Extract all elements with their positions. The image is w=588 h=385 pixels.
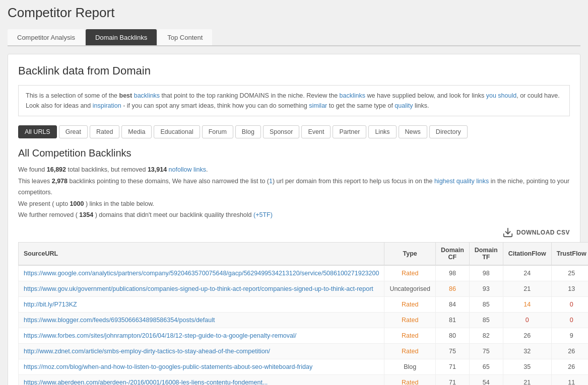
cell-type: Uncategorised	[384, 281, 436, 296]
col-source-url: SourceURL	[19, 242, 384, 265]
cell-citation-flow: 14	[503, 296, 551, 312]
cell-citation-flow: 35	[503, 359, 551, 374]
cell-trust-flow: 11	[551, 374, 588, 385]
cell-domain-tf: 85	[469, 312, 503, 328]
cell-trust-flow: 26	[551, 359, 588, 374]
remaining-count: 2,978	[52, 178, 68, 185]
cell-domain-cf: 98	[436, 265, 470, 281]
tab-domain-backlinks[interactable]: Domain Backlinks	[86, 29, 157, 45]
filter-media[interactable]: Media	[121, 125, 152, 138]
section-title: Backlink data from Domain	[18, 64, 570, 78]
cell-type: Rated	[384, 296, 436, 312]
source-url-link[interactable]: https://www.aberdeen.com/aberdeen-/2016/…	[24, 379, 268, 386]
tab-competitor-analysis[interactable]: Competitor Analysis	[8, 29, 85, 45]
source-url-link[interactable]: https://www.google.com/analytics/partner…	[24, 270, 379, 277]
tabs-bar: Competitor Analysis Domain Backlinks Top…	[8, 29, 580, 46]
filter-directory[interactable]: Directory	[429, 125, 468, 138]
info-line2: Look also for ideas and inspiration - if…	[26, 101, 562, 111]
filter-great[interactable]: Great	[59, 125, 88, 138]
table-row: https://www.gov.uk/government/publicatio…	[19, 281, 589, 296]
download-label: DOWNLOAD CSV	[516, 229, 570, 236]
cell-trust-flow: 0	[551, 312, 588, 328]
table-body: https://www.google.com/analytics/partner…	[19, 265, 589, 386]
cell-url: https://moz.com/blog/when-and-how-to-lis…	[19, 359, 384, 374]
stat-line2: This leaves 2,978 backlinks pointing to …	[18, 176, 570, 198]
col-type: Type	[384, 242, 436, 265]
download-csv-button[interactable]: DOWNLOAD CSV	[502, 227, 570, 238]
tab-top-content[interactable]: Top Content	[158, 29, 212, 45]
filter-news[interactable]: News	[399, 125, 427, 138]
cell-trust-flow: 13	[551, 281, 588, 296]
cell-citation-flow: 32	[503, 343, 551, 359]
table-row: https://moz.com/blog/when-and-how-to-lis…	[19, 359, 589, 374]
cell-domain-cf: 75	[436, 343, 470, 359]
filter-partner[interactable]: Partner	[333, 125, 366, 138]
cell-url: http://bit.ly/P713KZ	[19, 296, 384, 312]
col-domain-cf: Domain CF	[436, 242, 470, 265]
cell-type: Blog	[384, 359, 436, 374]
source-url-link[interactable]: https://www.blogger.com/feeds/6935066634…	[24, 317, 215, 324]
table-row: https://www.blogger.com/feeds/6935066634…	[19, 312, 589, 328]
cell-url: https://www.forbes.com/sites/johnrampton…	[19, 328, 384, 343]
cell-trust-flow: 26	[551, 343, 588, 359]
download-row: DOWNLOAD CSV	[18, 227, 570, 238]
cell-domain-tf: 98	[469, 265, 503, 281]
nofollow-count: 13,914	[148, 166, 167, 173]
info-line1: This is a selection of some of the best …	[26, 91, 562, 101]
cell-url: https://www.aberdeen.com/aberdeen-/2016/…	[19, 374, 384, 385]
cell-type: Rated	[384, 374, 436, 385]
table-row: https://www.forbes.com/sites/johnrampton…	[19, 328, 589, 343]
col-citation-flow: CitationFlow	[503, 242, 551, 265]
stat-line3: We present ( upto 1000 ) links in the ta…	[18, 198, 570, 210]
filter-forum[interactable]: Forum	[202, 125, 233, 138]
cell-type: Rated	[384, 328, 436, 343]
cell-domain-tf: 82	[469, 328, 503, 343]
filter-all-urls[interactable]: All URLS	[18, 125, 57, 138]
cell-url: https://www.blogger.com/feeds/6935066634…	[19, 312, 384, 328]
cell-domain-cf: 81	[436, 312, 470, 328]
cell-citation-flow: 21	[503, 374, 551, 385]
filter-rated[interactable]: Rated	[90, 125, 119, 138]
cell-url: https://www.gov.uk/government/publicatio…	[19, 281, 384, 296]
stat-line1: We found 16,892 total backlinks, but rem…	[18, 164, 570, 176]
stats-block: We found 16,892 total backlinks, but rem…	[18, 164, 570, 221]
table-row: http://www.zdnet.com/article/smbs-employ…	[19, 343, 589, 359]
source-url-link[interactable]: https://www.forbes.com/sites/johnrampton…	[24, 332, 296, 339]
source-url-link[interactable]: http://bit.ly/P713KZ	[24, 301, 77, 308]
filter-links[interactable]: Links	[368, 125, 396, 138]
cell-domain-tf: 85	[469, 296, 503, 312]
cell-citation-flow: 0	[503, 312, 551, 328]
filter-blog[interactable]: Blog	[235, 125, 261, 138]
cell-trust-flow: 0	[551, 296, 588, 312]
table-row: https://www.google.com/analytics/partner…	[19, 265, 589, 281]
cell-trust-flow: 9	[551, 328, 588, 343]
page-title: Competitor Report	[8, 5, 580, 23]
cell-domain-tf: 54	[469, 374, 503, 385]
cell-domain-tf: 75	[469, 343, 503, 359]
source-url-link[interactable]: https://www.gov.uk/government/publicatio…	[24, 285, 373, 292]
filter-event[interactable]: Event	[301, 125, 331, 138]
backlinks-heading: All Competition Backlinks	[18, 147, 570, 159]
cell-url: https://www.google.com/analytics/partner…	[19, 265, 384, 281]
cell-domain-cf: 71	[436, 374, 470, 385]
col-domain-tf: Domain TF	[469, 242, 503, 265]
table-row: http://bit.ly/P713KZ Rated 84 85 14 0	[19, 296, 589, 312]
cell-domain-cf: 84	[436, 296, 470, 312]
per-domain: 1	[269, 178, 273, 185]
filter-educational[interactable]: Educational	[154, 125, 200, 138]
filter-sponsor[interactable]: Sponsor	[263, 125, 300, 138]
source-url-link[interactable]: http://www.zdnet.com/article/smbs-employ…	[24, 348, 270, 355]
cell-citation-flow: 24	[503, 265, 551, 281]
cell-domain-cf: 86	[436, 281, 470, 296]
table-row: https://www.aberdeen.com/aberdeen-/2016/…	[19, 374, 589, 385]
backlinks-table: SourceURL Type Domain CF Domain TF Citat…	[18, 242, 588, 386]
cell-type: Rated	[384, 265, 436, 281]
page-wrapper: Competitor Report Competitor Analysis Do…	[0, 0, 588, 385]
cell-domain-tf: 93	[469, 281, 503, 296]
total-backlinks: 16,892	[47, 166, 66, 173]
cell-domain-cf: 80	[436, 328, 470, 343]
removed-count: 1354	[79, 211, 93, 218]
content-card: Backlink data from Domain This is a sele…	[8, 54, 580, 385]
source-url-link[interactable]: https://moz.com/blog/when-and-how-to-lis…	[24, 363, 312, 370]
download-icon	[502, 227, 513, 238]
